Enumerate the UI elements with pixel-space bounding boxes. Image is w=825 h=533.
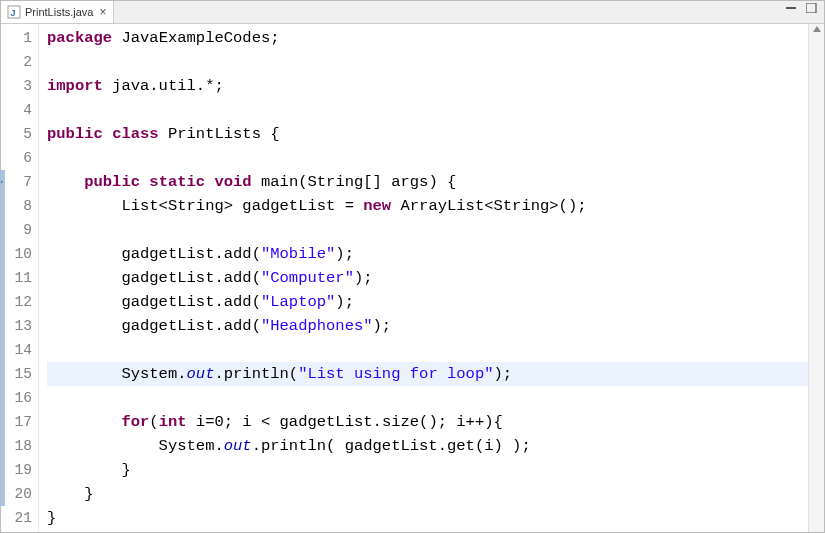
maximize-icon[interactable] bbox=[806, 3, 818, 13]
code-line[interactable] bbox=[47, 338, 824, 362]
change-marker bbox=[1, 194, 5, 218]
code-line[interactable]: package JavaExampleCodes; bbox=[47, 26, 824, 50]
code-line[interactable]: gadgetList.add("Laptop"); bbox=[47, 290, 824, 314]
line-number: 13 bbox=[1, 314, 32, 338]
change-marker bbox=[1, 386, 5, 410]
code-line[interactable]: public static void main(String[] args) { bbox=[47, 170, 824, 194]
token: .println( bbox=[214, 365, 298, 383]
token: out bbox=[187, 365, 215, 383]
line-number: 8 bbox=[1, 194, 32, 218]
close-icon[interactable]: × bbox=[99, 5, 106, 19]
change-marker bbox=[1, 362, 5, 386]
token: List<String> gadgetList = bbox=[47, 197, 363, 215]
token: gadgetList.add( bbox=[47, 269, 261, 287]
code-line[interactable] bbox=[47, 146, 824, 170]
code-line[interactable]: public class PrintLists { bbox=[47, 122, 824, 146]
token: "Computer" bbox=[261, 269, 354, 287]
token bbox=[47, 413, 121, 431]
token: ); bbox=[335, 245, 354, 263]
token: gadgetList.add( bbox=[47, 293, 261, 311]
token: class bbox=[112, 125, 159, 143]
code-line[interactable]: System.out.println( gadgetList.get(i) ); bbox=[47, 434, 824, 458]
token: new bbox=[363, 197, 391, 215]
svg-text:J: J bbox=[11, 8, 16, 18]
line-number: 15 bbox=[1, 362, 32, 386]
tab-bar: J PrintLists.java × bbox=[1, 1, 824, 24]
token: gadgetList.add( bbox=[47, 317, 261, 335]
token: .println( gadgetList.get(i) ); bbox=[252, 437, 531, 455]
line-number: 18 bbox=[1, 434, 32, 458]
token: java.util.*; bbox=[103, 77, 224, 95]
token: PrintLists { bbox=[159, 125, 280, 143]
line-gutter: 1234567-89101112131415161718192021 bbox=[1, 24, 39, 532]
line-number: 16 bbox=[1, 386, 32, 410]
svg-rect-2 bbox=[786, 7, 796, 9]
token: "Headphones" bbox=[261, 317, 373, 335]
token: ); bbox=[494, 365, 513, 383]
token: ); bbox=[373, 317, 392, 335]
change-marker bbox=[1, 458, 5, 482]
line-number: 20 bbox=[1, 482, 32, 506]
token: package bbox=[47, 29, 112, 47]
code-line[interactable]: gadgetList.add("Mobile"); bbox=[47, 242, 824, 266]
token: void bbox=[214, 173, 251, 191]
vertical-scrollbar[interactable] bbox=[808, 24, 824, 532]
line-number: 5 bbox=[1, 122, 32, 146]
token: ); bbox=[335, 293, 354, 311]
code-line[interactable]: System.out.println("List using for loop"… bbox=[47, 362, 824, 386]
token: ArrayList<String>(); bbox=[391, 197, 586, 215]
code-line[interactable]: for(int i=0; i < gadgetList.size(); i++)… bbox=[47, 410, 824, 434]
code-line[interactable]: List<String> gadgetList = new ArrayList<… bbox=[47, 194, 824, 218]
line-number: 14 bbox=[1, 338, 32, 362]
code-line[interactable] bbox=[47, 218, 824, 242]
change-marker bbox=[1, 266, 5, 290]
line-number: 19 bbox=[1, 458, 32, 482]
override-indicator-icon[interactable] bbox=[0, 178, 3, 186]
code-line[interactable]: } bbox=[47, 506, 824, 530]
token: ( bbox=[149, 413, 158, 431]
code-line[interactable] bbox=[47, 386, 824, 410]
token: import bbox=[47, 77, 103, 95]
code-line[interactable]: } bbox=[47, 482, 824, 506]
line-number: 11 bbox=[1, 266, 32, 290]
line-number: 4 bbox=[1, 98, 32, 122]
code-line[interactable]: import java.util.*; bbox=[47, 74, 824, 98]
line-number: 6 bbox=[1, 146, 32, 170]
token: ); bbox=[354, 269, 373, 287]
window-controls bbox=[786, 3, 818, 13]
token: } bbox=[47, 461, 131, 479]
token: System. bbox=[47, 365, 187, 383]
code-editor[interactable]: 1234567-89101112131415161718192021 packa… bbox=[1, 24, 824, 532]
change-marker bbox=[1, 290, 5, 314]
token: for bbox=[121, 413, 149, 431]
token: public bbox=[47, 125, 103, 143]
scroll-up-arrow[interactable] bbox=[813, 26, 821, 32]
line-number: 1 bbox=[1, 26, 32, 50]
token bbox=[47, 173, 84, 191]
line-number: 7- bbox=[1, 170, 32, 194]
token bbox=[140, 173, 149, 191]
code-line[interactable]: } bbox=[47, 458, 824, 482]
token: i=0; i < gadgetList.size(); i++){ bbox=[187, 413, 503, 431]
change-marker bbox=[1, 482, 5, 506]
token: "Mobile" bbox=[261, 245, 335, 263]
change-marker bbox=[1, 338, 5, 362]
code-area[interactable]: package JavaExampleCodes;import java.uti… bbox=[39, 24, 824, 532]
editor-tab[interactable]: J PrintLists.java × bbox=[1, 1, 114, 23]
line-number: 21 bbox=[1, 506, 32, 530]
code-line[interactable] bbox=[47, 50, 824, 74]
code-line[interactable]: gadgetList.add("Computer"); bbox=[47, 266, 824, 290]
tab-filename: PrintLists.java bbox=[25, 6, 93, 18]
token: System. bbox=[47, 437, 224, 455]
code-line[interactable] bbox=[47, 98, 824, 122]
change-marker bbox=[1, 218, 5, 242]
token: } bbox=[47, 485, 94, 503]
code-line[interactable]: gadgetList.add("Headphones"); bbox=[47, 314, 824, 338]
token: int bbox=[159, 413, 187, 431]
line-number: 9 bbox=[1, 218, 32, 242]
token: out bbox=[224, 437, 252, 455]
svg-rect-3 bbox=[806, 3, 816, 13]
token: JavaExampleCodes; bbox=[112, 29, 279, 47]
token: main(String[] args) { bbox=[252, 173, 457, 191]
minimize-icon[interactable] bbox=[786, 3, 798, 13]
